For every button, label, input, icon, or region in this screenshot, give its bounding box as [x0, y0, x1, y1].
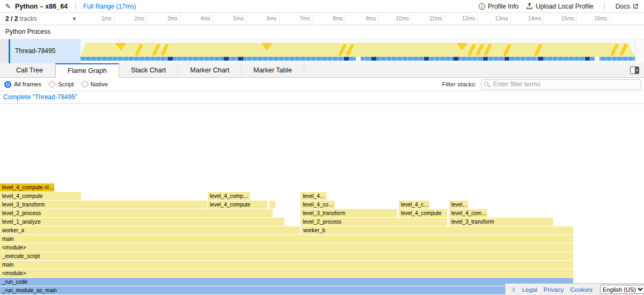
tab-marker-table[interactable]: Marker Table	[241, 63, 304, 77]
process-track-header[interactable]: Python Process	[0, 25, 644, 39]
filter-stacks-label: Filter stacks:	[442, 81, 477, 87]
tracks-dropdown-caret-icon[interactable]: ▼	[72, 13, 77, 25]
gc-marker-slant-icon	[610, 43, 619, 56]
flame-block[interactable]: level_4_compute	[0, 192, 81, 200]
tab-stack-chart[interactable]: Stack Chart	[119, 63, 178, 77]
upload-label: Upload Local Profile	[536, 3, 593, 10]
gc-marker-slant-icon	[338, 43, 347, 56]
flame-block[interactable]: worker_a	[0, 226, 300, 234]
ruler-tick-label: 10ms	[379, 13, 409, 25]
gc-marker-slant-icon	[160, 43, 169, 56]
thread-activity-canvas[interactable]	[80, 39, 635, 63]
flame-block[interactable]: level_3_transform	[0, 201, 207, 209]
thread-track-row[interactable]: Thread-78495	[0, 39, 644, 63]
activity-dark-segment	[504, 57, 509, 61]
flame-block[interactable]: level…	[449, 201, 468, 209]
app-header: ✎ Python – x86_64 Full Range (17ms) i Pr…	[0, 0, 644, 13]
flame-graph-canvas[interactable]: level_4_compute.<l…level_4_computelevel_…	[0, 104, 644, 295]
ruler-tick-label: 7ms	[280, 13, 310, 25]
gc-marker-triangle-icon	[261, 43, 273, 50]
full-range-link[interactable]: Full Range (17ms)	[83, 3, 136, 10]
footer-close-link[interactable]: X	[511, 286, 516, 293]
cookies-link[interactable]: Cookies	[570, 286, 593, 293]
upload-local-profile-button[interactable]: Upload Local Profile	[526, 3, 593, 10]
breadcrumb-row: Complete “Thread-78495”	[0, 91, 644, 104]
flame-block[interactable]: level_4_co…	[301, 201, 335, 209]
flame-block[interactable]: level_2_process	[301, 218, 447, 226]
flame-block[interactable]: level_1_analyze	[0, 218, 284, 226]
header-divider-2	[604, 3, 605, 10]
edit-pencil-icon[interactable]: ✎	[5, 3, 11, 10]
flame-block[interactable]: _run_code	[0, 278, 573, 286]
flame-block[interactable]: level_4…	[301, 192, 327, 200]
gc-marker-slant-icon	[475, 43, 484, 56]
ruler-tick-label: 11ms	[412, 13, 442, 25]
tab-marker-chart[interactable]: Marker Chart	[178, 63, 241, 77]
timeline-ruler: 1ms2ms3ms4ms5ms6ms7ms8ms9ms10ms11ms12ms1…	[80, 13, 644, 25]
radio-native[interactable]: Native	[82, 81, 108, 87]
frame-filter-radio-group: All framesScriptNative	[0, 81, 108, 88]
upload-icon	[526, 3, 533, 10]
footer-links: XLegalPrivacyCookies	[511, 286, 592, 293]
flame-block[interactable]: level_4_compute	[399, 209, 447, 217]
flame-block[interactable]: level_4_compute.<l…	[0, 183, 54, 191]
tracks-count[interactable]: 2 / 2 tracks	[5, 13, 37, 25]
flame-block[interactable]: main	[0, 235, 573, 243]
gc-marker-slant-icon	[467, 43, 476, 56]
radio-label: Script	[58, 81, 74, 87]
tab-call-tree[interactable]: Call Tree	[4, 63, 55, 77]
radio-all-frames[interactable]: All frames	[4, 81, 41, 88]
flame-block[interactable]: level_2_process	[0, 209, 273, 217]
radio-script[interactable]: Script	[49, 81, 74, 87]
flame-block[interactable]: level_4_comp…	[208, 192, 250, 200]
sidebar-toggle-icon[interactable]	[630, 67, 639, 74]
thread-track-label-area[interactable]: Thread-78495	[10, 39, 80, 63]
ruler-tick-label: 8ms	[313, 13, 343, 25]
flame-block[interactable]: <module>	[0, 269, 573, 277]
language-select[interactable]: English (US)	[600, 285, 644, 294]
flame-block[interactable]	[269, 201, 275, 209]
profile-title: Python – x86_64	[15, 3, 68, 10]
radio-label: Native	[91, 81, 108, 87]
flame-block[interactable]: <module>	[0, 244, 573, 252]
search-icon	[484, 82, 488, 86]
activity-dark-segment	[238, 57, 243, 61]
tracks-count-word: tracks	[20, 15, 37, 23]
breadcrumb-complete-thread[interactable]: Complete “Thread-78495”	[3, 91, 77, 104]
gc-marker-slant-icon	[619, 43, 628, 56]
flame-block[interactable]: level_4_c…	[399, 201, 429, 209]
gc-marker-slant-icon	[346, 43, 354, 56]
panel-tab-bar: Call TreeFlame GraphStack ChartMarker Ch…	[0, 63, 644, 78]
flame-block[interactable]: level_3_transform	[449, 218, 553, 226]
radio-label: All frames	[14, 81, 41, 87]
flame-block[interactable]: level_4_compute	[208, 201, 267, 209]
flame-block[interactable]: _execute_script	[0, 252, 573, 260]
tab-flame-graph[interactable]: Flame Graph	[55, 63, 119, 78]
flame-block[interactable]: level_3_transform	[301, 209, 397, 217]
radio-dot-icon	[4, 81, 11, 88]
timeline-header-row: 2 / 2 tracks ▼ 1ms2ms3ms4ms5ms6ms7ms8ms9…	[0, 13, 644, 25]
flame-block[interactable]: worker_b	[301, 226, 573, 234]
ruler-tick-label: 6ms	[247, 13, 277, 25]
flame-block[interactable]: main	[0, 261, 573, 269]
activity-dark-segment	[344, 57, 349, 61]
flame-block[interactable]: level_4_com…	[449, 209, 487, 217]
info-icon: i	[479, 3, 485, 10]
docs-label: Docs	[616, 3, 630, 10]
profile-info-button[interactable]: i Profile Info	[479, 3, 518, 10]
legal-link[interactable]: Legal	[522, 286, 537, 293]
footer-bar: XLegalPrivacyCookies English (US)	[505, 283, 644, 295]
ruler-tick-label: 13ms	[478, 13, 508, 25]
docs-link[interactable]: Docs	[616, 3, 639, 10]
activity-dark-segment	[483, 57, 488, 61]
privacy-link[interactable]: Privacy	[544, 286, 564, 293]
gc-marker-slant-icon	[152, 43, 160, 56]
ruler-tick-label: 3ms	[148, 13, 178, 25]
ruler-tick-label: 1ms	[82, 13, 112, 25]
filter-stacks-input[interactable]	[481, 79, 641, 90]
process-track-label: Python Process	[5, 25, 50, 39]
flame-block[interactable]: _run_module_as_main	[0, 286, 573, 294]
profile-info-label: Profile Info	[488, 3, 518, 10]
gc-marker-triangle-icon	[115, 43, 127, 50]
thread-track-gutter	[0, 39, 9, 63]
